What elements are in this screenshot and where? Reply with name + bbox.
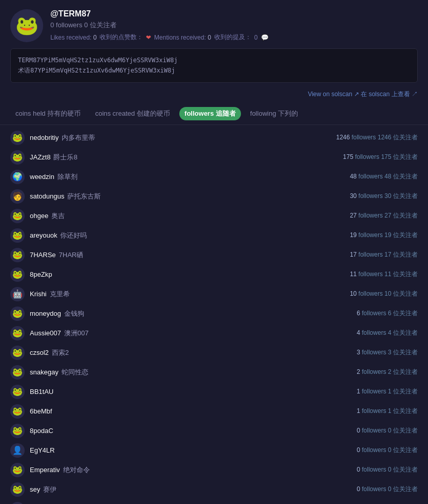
row-chinese: 澳洲007: [64, 329, 89, 338]
list-item[interactable]: 🐸Aussie007澳洲0074 followers 4 位关注者: [0, 323, 428, 343]
followers-list: 🐸nedobritiy内多布里蒂1246 followers 1246 位关注者…: [0, 125, 428, 504]
row-avatar: 🐸: [10, 267, 25, 282]
row-name: JAZzt8爵士乐8: [30, 153, 300, 162]
profile-section: 🐸 @TERM87 0 followers 0 位关注者 Likes recei…: [0, 0, 428, 48]
row-follower-count: 1 followers 1 位关注者: [305, 387, 418, 396]
list-item[interactable]: 🐸ohgee奥吉27 followers 27 位关注者: [0, 206, 428, 226]
row-name: snakegay蛇同性恋: [30, 368, 300, 377]
row-chinese: 赛伊: [43, 485, 57, 494]
row-follower-count: 3 followers 3 位关注者: [305, 348, 418, 357]
row-avatar: 🐸: [10, 385, 25, 399]
row-chinese: 绝对命令: [63, 465, 90, 475]
mentions-label: Mentions received: 0: [154, 34, 211, 41]
row-avatar: 🐸: [10, 326, 25, 340]
row-handle: JAZzt8: [30, 153, 50, 161]
mentions-num: 0: [254, 34, 258, 41]
row-handle: weedzin: [30, 173, 54, 181]
tab-1[interactable]: coins created 创建的硬币: [90, 107, 175, 120]
row-name: Emperativ绝对命令: [30, 465, 300, 475]
row-name: areyouok你还好吗: [30, 231, 300, 240]
solscan-link[interactable]: View on solscan ↗ 在 solscan 上查看 ↗: [0, 88, 428, 104]
row-avatar: 🐸: [10, 131, 25, 145]
list-item[interactable]: 🐸cui崔0 followers 0 位关注者: [0, 499, 428, 504]
row-avatar: 🧑: [10, 189, 25, 204]
row-follower-count: 0 followers 0 位关注者: [305, 465, 418, 474]
row-handle: snakegay: [30, 368, 59, 376]
row-chinese: 西索2: [52, 348, 69, 357]
tab-3[interactable]: following 下列的: [245, 107, 303, 120]
row-name: BB1tAU: [30, 388, 300, 395]
username: @TERM87: [50, 9, 418, 19]
row-follower-count: 48 followers 48 位关注者: [305, 172, 418, 181]
list-item[interactable]: 🐸czsol2西索23 followers 3 位关注者: [0, 343, 428, 363]
row-chinese: 金钱狗: [64, 309, 84, 318]
list-item[interactable]: 🐸areyouok你还好吗19 followers 19 位关注者: [0, 226, 428, 245]
row-follower-count: 2 followers 2 位关注者: [305, 368, 418, 376]
row-follower-count: 10 followers 10 位关注者: [305, 290, 418, 298]
mentions-cn-label: 收到的提及：: [214, 33, 251, 42]
row-avatar: 🐸: [10, 482, 25, 497]
row-avatar: 🤖: [10, 287, 25, 301]
list-item[interactable]: 👤EgY4LR0 followers 0 位关注者: [0, 441, 428, 460]
row-follower-count: 30 followers 30 位关注者: [305, 192, 418, 201]
list-item[interactable]: 🐸JAZzt8爵士乐8175 followers 175 位关注者: [0, 148, 428, 167]
row-avatar: 🐸: [10, 463, 25, 477]
list-item[interactable]: 🐸snakegay蛇同性恋2 followers 2 位关注者: [0, 363, 428, 382]
list-item[interactable]: 🐸8peZkp11 followers 11 位关注者: [0, 265, 428, 284]
likes-label: Likes received: 0: [50, 34, 97, 41]
row-handle: 8podaC: [30, 427, 53, 435]
list-item[interactable]: 🐸nedobritiy内多布里蒂1246 followers 1246 位关注者: [0, 128, 428, 148]
row-handle: nedobritiy: [30, 134, 59, 141]
list-item[interactable]: 🐸6beMbf1 followers 1 位关注者: [0, 402, 428, 421]
row-chinese: 7HAR硒: [59, 250, 84, 260]
row-handle: sey: [30, 485, 40, 493]
key2[interactable]: 术语87YPiM5mVqHS2tz1zuXv6dwM6YjeSSRVW3xiW8…: [18, 65, 410, 76]
row-follower-count: 17 followers 17 位关注者: [305, 250, 418, 259]
list-item[interactable]: 🌍weedzin除草剂48 followers 48 位关注者: [0, 167, 428, 187]
tab-0[interactable]: coins held 持有的硬币: [10, 107, 86, 120]
row-chinese: 萨托东古斯: [67, 192, 101, 201]
row-chinese: 蛇同性恋: [62, 368, 88, 377]
row-avatar: 🐸: [10, 307, 25, 321]
row-follower-count: 27 followers 27 位关注者: [305, 211, 418, 220]
row-handle: moneydog: [30, 310, 61, 317]
row-name: 7HARSe7HAR硒: [30, 250, 300, 260]
row-follower-count: 0 followers 0 位关注者: [305, 446, 418, 455]
keys-box: TERM87YPiM5mVqHS2tz1zuXv6dwM6YjeSSRVW3xi…: [10, 48, 418, 83]
list-item[interactable]: 🐸Emperativ绝对命令0 followers 0 位关注者: [0, 460, 428, 480]
list-item[interactable]: 🐸BB1tAU1 followers 1 位关注者: [0, 382, 428, 402]
row-name: 6beMbf: [30, 407, 300, 415]
row-handle: czsol2: [30, 349, 49, 356]
row-name: ohgee奥吉: [30, 211, 300, 221]
row-name: nedobritiy内多布里蒂: [30, 133, 300, 142]
tab-2[interactable]: followers 追随者: [179, 107, 241, 120]
row-handle: areyouok: [30, 231, 57, 239]
row-chinese: 除草剂: [58, 172, 78, 182]
list-item[interactable]: 🤖Krishi克里希10 followers 10 位关注者: [0, 284, 428, 304]
row-handle: ohgee: [30, 212, 48, 220]
stats-row: Likes received: 0 收到的点赞数： ❤ Mentions rec…: [50, 33, 418, 42]
likes-cn-label: 收到的点赞数：: [100, 33, 143, 42]
row-name: 8peZkp: [30, 271, 300, 278]
tabs-row: coins held 持有的硬币coins created 创建的硬币follo…: [0, 104, 428, 125]
row-follower-count: 11 followers 11 位关注者: [305, 270, 418, 279]
row-chinese: 克里希: [50, 290, 70, 299]
row-follower-count: 0 followers 0 位关注者: [305, 426, 418, 435]
row-avatar: 👤: [10, 443, 25, 458]
row-follower-count: 6 followers 6 位关注者: [305, 309, 418, 318]
row-name: czsol2西索2: [30, 348, 300, 357]
row-name: Aussie007澳洲007: [30, 329, 300, 338]
row-avatar: 🐸: [10, 424, 25, 438]
row-follower-count: 4 followers 4 位关注者: [305, 329, 418, 337]
row-avatar: 🐸: [10, 404, 25, 419]
row-avatar: 🐸: [10, 346, 25, 360]
row-follower-count: 175 followers 175 位关注者: [305, 153, 418, 161]
key1[interactable]: TERM87YPiM5mVqHS2tz1zuXv6dwM6YjeSSRVW3xi…: [18, 55, 410, 65]
list-item[interactable]: 🧑satodungus萨托东古斯30 followers 30 位关注者: [0, 187, 428, 206]
list-item[interactable]: 🐸8podaC0 followers 0 位关注者: [0, 421, 428, 441]
comment-icon: 💬: [261, 34, 269, 41]
list-item[interactable]: 🐸moneydog金钱狗6 followers 6 位关注者: [0, 304, 428, 323]
row-handle: Emperativ: [30, 466, 60, 474]
list-item[interactable]: 🐸sey赛伊0 followers 0 位关注者: [0, 480, 428, 499]
list-item[interactable]: 🐸7HARSe7HAR硒17 followers 17 位关注者: [0, 245, 428, 265]
